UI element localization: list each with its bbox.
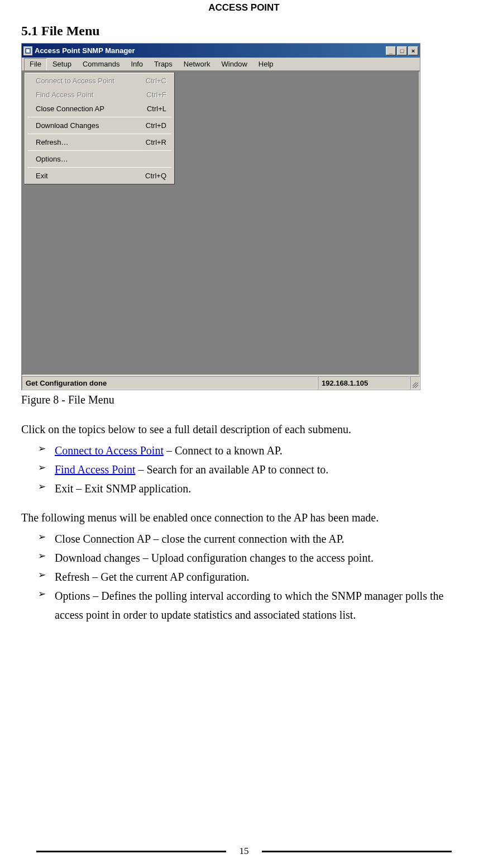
menu-item-label: Close Connection AP [36, 105, 104, 113]
menubar: File Setup Commands Info Traps Network W… [22, 58, 420, 71]
body-text: Click on the topics below to see a full … [21, 420, 467, 624]
menu-commands[interactable]: Commands [77, 58, 125, 70]
menu-item-accel: Ctrl+F [146, 91, 166, 99]
figure-caption: Figure 8 - File Menu [21, 393, 467, 406]
bullet-list: Close Connection AP – close the current … [21, 529, 467, 624]
list-item: Find Access Point – Search for an availa… [44, 460, 467, 479]
menu-item-accel: Ctrl+L [147, 105, 166, 113]
status-ip: 192.168.1.105 [318, 376, 410, 390]
menu-file[interactable]: File [24, 58, 47, 70]
file-dropdown-menu: Connect to Access Point Ctrl+C Find Acce… [24, 72, 175, 184]
titlebar-buttons: _ □ × [386, 46, 418, 55]
status-message: Get Configuration done [22, 376, 318, 390]
list-item-text: – Connect to a known AP. [164, 444, 283, 457]
menu-item-close-connection[interactable]: Close Connection AP Ctrl+L [26, 102, 173, 116]
menu-item-label: Exit [36, 172, 48, 180]
menu-info[interactable]: Info [125, 58, 149, 70]
menu-item-label: Find Access Point [36, 91, 93, 99]
list-item: Options – Defines the polling interval a… [44, 586, 467, 624]
menu-item-find: Find Access Point Ctrl+F [26, 88, 173, 102]
list-item: Connect to Access Point – Connect to a k… [44, 441, 467, 460]
menu-item-exit[interactable]: Exit Ctrl+Q [26, 169, 173, 183]
menu-help[interactable]: Help [253, 58, 279, 70]
link-connect-ap[interactable]: Connect to Access Point [55, 444, 164, 457]
minimize-button[interactable]: _ [386, 46, 396, 55]
footer: 15 [0, 846, 488, 857]
list-item-text: – Search for an available AP to connect … [135, 463, 328, 476]
menu-item-label: Options… [36, 155, 68, 163]
document-header: ACCESS POINT [21, 2, 467, 13]
menu-item-accel: Ctrl+Q [145, 172, 166, 180]
footer-rule-right [262, 851, 452, 852]
paragraph: Click on the topics below to see a full … [21, 420, 467, 439]
titlebar: Access Point SNMP Manager _ □ × [22, 44, 420, 58]
menu-item-accel: Ctrl+R [146, 138, 166, 146]
client-area: Connect to Access Point Ctrl+C Find Acce… [22, 71, 420, 376]
section-heading: 5.1 File Menu [21, 23, 467, 39]
paragraph: The following menus will be enabled once… [21, 508, 467, 527]
menu-item-connect: Connect to Access Point Ctrl+C [26, 74, 173, 88]
menu-window[interactable]: Window [216, 58, 253, 70]
menu-item-options[interactable]: Options… [26, 152, 173, 166]
footer-rule-left [36, 851, 226, 852]
menu-separator [27, 150, 171, 151]
menu-item-label: Refresh… [36, 138, 69, 146]
menu-item-accel: Ctrl+D [146, 121, 166, 130]
svg-rect-1 [26, 49, 30, 53]
close-button[interactable]: × [408, 46, 418, 55]
menu-item-refresh[interactable]: Refresh… Ctrl+R [26, 135, 173, 149]
list-item: Refresh – Get the current AP configurati… [44, 567, 467, 586]
menu-separator [27, 167, 171, 168]
maximize-button[interactable]: □ [397, 46, 407, 55]
menu-item-label: Download Changes [36, 121, 99, 130]
page-number: 15 [237, 846, 251, 857]
menu-setup[interactable]: Setup [47, 58, 77, 70]
resize-grip-icon[interactable] [410, 376, 420, 390]
list-item: Download changes – Upload configuration … [44, 548, 467, 567]
link-find-ap[interactable]: Find Access Point [55, 463, 135, 476]
app-window: Access Point SNMP Manager _ □ × File Set… [21, 43, 420, 390]
list-item: Close Connection AP – close the current … [44, 529, 467, 548]
window-title: Access Point SNMP Manager [35, 46, 386, 55]
menu-separator [27, 117, 171, 117]
menu-traps[interactable]: Traps [149, 58, 178, 70]
statusbar: Get Configuration done 192.168.1.105 [22, 376, 420, 390]
menu-separator [27, 134, 171, 134]
list-item: Exit – Exit SNMP application. [44, 479, 467, 498]
menu-network[interactable]: Network [178, 58, 216, 70]
app-icon [23, 46, 32, 55]
menu-item-accel: Ctrl+C [146, 77, 166, 85]
menu-item-download-changes[interactable]: Download Changes Ctrl+D [26, 118, 173, 132]
bullet-list: Connect to Access Point – Connect to a k… [21, 441, 467, 498]
menu-item-label: Connect to Access Point [36, 77, 114, 85]
